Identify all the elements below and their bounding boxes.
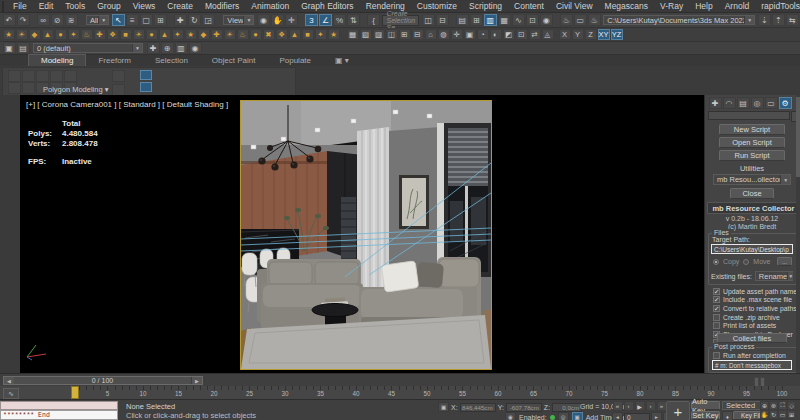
pan-icon[interactable]: ✋: [760, 410, 769, 419]
tool-button[interactable]: ◍: [438, 29, 450, 40]
maximize-viewport-icon[interactable]: ⊞: [787, 410, 796, 419]
copy-radio[interactable]: [713, 259, 719, 265]
align-icon[interactable]: ⊟: [436, 14, 449, 26]
axis-yz-button[interactable]: YZ: [611, 29, 623, 40]
mini-curve-editor-button[interactable]: ∿: [3, 388, 19, 399]
tab-populate[interactable]: Populate: [267, 55, 323, 66]
selection-filter-dropdown[interactable]: All ▼: [86, 15, 109, 25]
tool-button[interactable]: ✛: [451, 29, 463, 40]
axis-x-button[interactable]: X: [559, 29, 571, 40]
menu-modifiers[interactable]: Modifiers: [199, 1, 245, 11]
script-button[interactable]: ☀: [133, 29, 145, 40]
menu-graph-editors[interactable]: Graph Editors: [295, 1, 359, 11]
script-button[interactable]: ✦: [315, 29, 327, 40]
toggle-ribbon-icon[interactable]: ▦: [498, 14, 511, 26]
script-field[interactable]: [708, 111, 790, 120]
undo-icon[interactable]: ↶: [3, 14, 16, 26]
script-button[interactable]: ✦: [172, 29, 184, 40]
scene-explorer-icon[interactable]: ⊞: [470, 14, 483, 26]
curve-editor-icon[interactable]: ∿: [512, 14, 525, 26]
menu-rapidtools[interactable]: rapidTools: [755, 1, 800, 11]
checkbox[interactable]: ✓: [713, 305, 720, 312]
ribbon-button[interactable]: [36, 70, 49, 82]
ribbon-active-mode-button-2[interactable]: [140, 82, 152, 92]
spin-down-icon[interactable]: ◂: [612, 412, 623, 420]
current-frame-field[interactable]: 0: [624, 413, 650, 420]
add-to-layer-icon[interactable]: ⊕: [161, 42, 174, 54]
layer-manager-icon[interactable]: ▤: [456, 14, 469, 26]
script-button[interactable]: ✖: [263, 29, 275, 40]
ribbon-button[interactable]: [8, 70, 21, 82]
display-tab-icon[interactable]: ▭: [765, 97, 778, 109]
time-slider[interactable]: [71, 386, 79, 399]
script-button[interactable]: ♨: [237, 29, 249, 40]
edit-named-selection-sets-icon[interactable]: {: [367, 14, 380, 26]
viewport-label[interactable]: [+] [ Corona Camera001 ] [ Standard ] [ …: [26, 100, 228, 109]
select-layer-objects-icon[interactable]: ▥: [175, 42, 188, 54]
window-right[interactable]: [437, 123, 491, 277]
run-script-button[interactable]: Run Script: [719, 150, 785, 161]
named-selection-set-input[interactable]: Create Selection Se: [382, 15, 419, 26]
ribbon-button[interactable]: [22, 70, 35, 82]
bind-to-space-warp-icon[interactable]: ≋: [65, 14, 78, 26]
layer-explorer-icon[interactable]: ▤: [17, 42, 30, 54]
script-button[interactable]: ●: [55, 29, 67, 40]
frame-range-bar[interactable]: ◀ 0 / 100 ▶: [3, 376, 203, 385]
zoom-icon[interactable]: ⊕: [760, 401, 769, 410]
tool-button[interactable]: ◔: [477, 29, 489, 40]
script-button[interactable]: ✚: [211, 29, 223, 40]
reference-coordinate-dropdown[interactable]: View ▼: [223, 15, 254, 25]
menu-group[interactable]: Group: [91, 1, 127, 11]
menu-civil-view[interactable]: Civil View: [550, 1, 599, 11]
select-and-scale-icon[interactable]: ◲: [202, 14, 215, 26]
project-path-dropdown[interactable]: C:\Users\Kutay\Documents\3ds Max 2022 ▼: [603, 15, 755, 25]
go-to-start-icon[interactable]: «: [613, 401, 623, 411]
previous-frame-icon[interactable]: ‹: [624, 401, 634, 411]
utilities-tab-icon[interactable]: ⚙: [779, 97, 792, 109]
select-and-manipulate-icon[interactable]: ✋: [271, 14, 284, 26]
script-button[interactable]: ❖: [276, 29, 288, 40]
auto-key-button[interactable]: Auto Key: [691, 401, 720, 410]
script-button[interactable]: ■: [120, 29, 132, 40]
checkbox[interactable]: ✓: [713, 296, 720, 303]
menu-animation[interactable]: Animation: [245, 1, 295, 11]
material-editor-icon[interactable]: ◉: [540, 14, 553, 26]
tool-button[interactable]: ▦: [347, 29, 359, 40]
script-button[interactable]: ♨: [81, 29, 93, 40]
post-process-dropdown[interactable]: # m: Don't messagebox: [712, 360, 792, 370]
script-button[interactable]: ☀: [16, 29, 28, 40]
next-frame-icon[interactable]: ›: [646, 401, 656, 411]
percent-snap-icon[interactable]: %: [333, 14, 346, 26]
camera-viewport[interactable]: [+] [ Corona Camera001 ] [ Standard ] [ …: [20, 95, 704, 373]
script-button[interactable]: ✦: [68, 29, 80, 40]
x-coordinate-field[interactable]: 846,445cm: [460, 403, 496, 412]
new-script-button[interactable]: New Script: [719, 124, 785, 135]
checkbox[interactable]: ✓: [713, 288, 720, 295]
scene-explorer-toggle-icon[interactable]: ▣: [3, 42, 16, 54]
tab-modeling[interactable]: Modeling: [28, 54, 86, 66]
menu-content[interactable]: Content: [508, 1, 550, 11]
isolate-selection-icon[interactable]: ▣: [438, 402, 449, 412]
ribbon-more-button[interactable]: ▣ ▾: [323, 55, 361, 66]
browse-path-button[interactable]: ...: [777, 257, 792, 266]
script-button[interactable]: ◆: [198, 29, 210, 40]
script-button[interactable]: ▲: [289, 29, 301, 40]
tool-button[interactable]: ◩: [503, 29, 515, 40]
select-object-icon[interactable]: ↖: [112, 14, 125, 26]
menu-arnold[interactable]: Arnold: [719, 1, 756, 11]
select-by-name-icon[interactable]: ≡: [126, 14, 139, 26]
tool-button[interactable]: ◐: [490, 29, 502, 40]
app-icon[interactable]: [2, 1, 4, 12]
tool-button[interactable]: ⊞: [399, 29, 411, 40]
script-button[interactable]: ●: [146, 29, 158, 40]
menu-help[interactable]: Help: [689, 1, 718, 11]
tool-button[interactable]: ◫: [386, 29, 398, 40]
window-crossing-icon[interactable]: ⊞: [154, 14, 167, 26]
orbit-icon[interactable]: ↻: [769, 410, 778, 419]
tool-button[interactable]: ◬: [542, 29, 554, 40]
tool-button[interactable]: ▧: [360, 29, 372, 40]
menu-views[interactable]: Views: [127, 1, 162, 11]
set-key-button[interactable]: Set Key: [691, 411, 720, 420]
select-and-link-icon[interactable]: ∞: [37, 14, 50, 26]
play-icon[interactable]: ▶: [635, 401, 645, 411]
